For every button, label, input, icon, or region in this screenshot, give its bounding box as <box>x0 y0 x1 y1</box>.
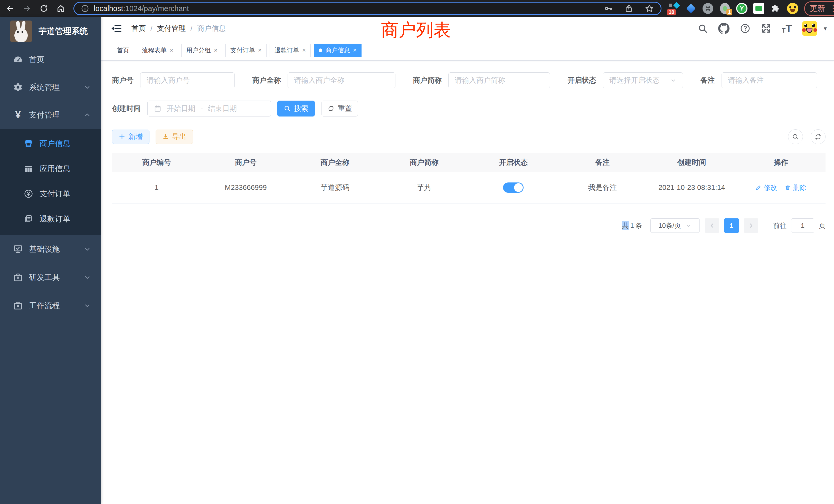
prev-page-button[interactable] <box>705 219 719 233</box>
calendar-icon <box>154 105 161 112</box>
sidebar-item-pay-order[interactable]: 支付订单 <box>0 181 101 206</box>
table-header-row: 商户编号 商户号 商户全称 商户简称 开启状态 备注 创建时间 操作 <box>112 153 826 172</box>
gear-icon <box>12 82 24 92</box>
chevron-down-icon <box>84 274 91 281</box>
end-date-placeholder[interactable]: 结束日期 <box>208 104 237 113</box>
col-status: 开启状态 <box>469 153 558 172</box>
tab-home[interactable]: 首页 <box>112 44 134 57</box>
sidebar-item-infrastructure[interactable]: 基础设施 <box>0 235 101 263</box>
payment-submenu: 商户信息 应用信息 支付订单 退款订单 <box>0 129 101 235</box>
browser-menu-icon[interactable]: ⋮ <box>829 4 834 13</box>
pagination: 共 1 条 10条/页 1 前往 1 页 <box>112 219 826 233</box>
sidebar: 芋道管理系统 首页 系统管理 ¥ 支付管理 商户信息 <box>0 17 101 504</box>
document-copy-icon <box>23 214 35 224</box>
page-content: 商户号 商户全称 商户简称 开启状态 请选择开启状态 <box>101 61 834 233</box>
url-bar[interactable]: localhost:1024/pay/merchant <box>73 2 661 15</box>
close-icon[interactable]: × <box>302 47 306 54</box>
puzzle-extensions-icon[interactable] <box>770 3 782 14</box>
chevron-down-icon <box>84 84 91 91</box>
chat-extension-icon[interactable] <box>753 3 765 14</box>
export-button[interactable]: 导出 <box>156 130 193 144</box>
page-annotation-title: 商户列表 <box>381 19 451 42</box>
status-toggle[interactable] <box>503 182 524 193</box>
start-date-placeholder[interactable]: 开始日期 <box>167 104 195 113</box>
close-icon[interactable]: × <box>214 47 218 54</box>
col-merchant-no: 商户号 <box>201 153 290 172</box>
tab-pay-order[interactable]: 支付订单 × <box>225 44 266 57</box>
briefcase-icon <box>12 272 24 282</box>
bookmark-star-icon[interactable] <box>645 4 654 13</box>
yen-icon: ¥ <box>12 110 24 120</box>
close-icon[interactable]: × <box>353 47 357 54</box>
breadcrumb-home[interactable]: 首页 <box>131 24 146 33</box>
reload-icon[interactable] <box>38 3 50 14</box>
tab-user-group[interactable]: 用户分组 × <box>181 44 222 57</box>
next-page-button[interactable] <box>744 219 758 233</box>
sidebar-item-app-info[interactable]: 应用信息 <box>0 156 101 181</box>
goto-page-input[interactable]: 1 <box>791 219 814 233</box>
close-icon[interactable]: × <box>258 47 262 54</box>
back-icon[interactable] <box>4 3 16 14</box>
font-size-icon[interactable]: TT <box>782 23 792 33</box>
create-time-label: 创建时间 <box>112 104 141 113</box>
search-button[interactable]: 搜索 <box>277 100 315 116</box>
show-search-toggle-button[interactable] <box>788 129 803 144</box>
tab-merchant-info[interactable]: 商户信息 × <box>314 44 361 57</box>
browser-toolbar: localhost:1024/pay/merchant 10 <box>0 0 834 17</box>
command-extension-icon[interactable] <box>702 3 714 14</box>
goto-label: 前往 <box>773 221 787 230</box>
active-dot <box>319 48 322 52</box>
sidebar-item-payment[interactable]: ¥ 支付管理 <box>0 101 101 129</box>
full-name-label: 商户全称 <box>252 75 281 85</box>
kite-extension-icon[interactable] <box>685 3 697 14</box>
avatar-caret-icon[interactable]: ▾ <box>824 25 827 32</box>
reset-button[interactable]: 重置 <box>322 100 358 116</box>
extension-badge: 10 <box>667 9 676 16</box>
github-icon[interactable] <box>718 23 729 34</box>
search-icon[interactable] <box>698 23 708 33</box>
add-button[interactable]: 新增 <box>112 130 150 144</box>
sidebar-item-merchant-info[interactable]: 商户信息 <box>0 131 101 156</box>
page-number-1[interactable]: 1 <box>724 219 739 233</box>
forward-icon[interactable] <box>21 3 33 14</box>
short-name-input[interactable] <box>448 72 550 88</box>
browser-update-button[interactable]: 更新 ⋮ <box>804 1 834 16</box>
edit-link[interactable]: 修改 <box>755 183 777 192</box>
sidebar-logo-row: 芋道管理系统 <box>0 17 101 46</box>
delete-link[interactable]: 删除 <box>785 183 806 192</box>
status-label: 开启状态 <box>568 75 596 85</box>
breadcrumb-payment[interactable]: 支付管理 <box>157 24 186 33</box>
sidebar-item-dev-tools[interactable]: 研发工具 <box>0 263 101 292</box>
sidebar-item-refund-order[interactable]: 退款订单 <box>0 206 101 231</box>
sidebar-item-system[interactable]: 系统管理 <box>0 73 101 101</box>
sidebar-item-home[interactable]: 首页 <box>0 46 101 73</box>
merchant-no-input[interactable] <box>140 72 235 88</box>
close-icon[interactable]: × <box>170 47 173 54</box>
full-name-input[interactable] <box>288 72 395 88</box>
home-icon[interactable] <box>55 3 67 14</box>
status-select[interactable]: 请选择开启状态 <box>603 72 683 88</box>
extension-badge: 1 <box>726 9 732 16</box>
remark-input[interactable] <box>722 72 817 88</box>
emoji-avatar-icon[interactable] <box>787 3 798 14</box>
y-logo-extension-icon[interactable]: Y <box>736 3 748 14</box>
breadcrumb-current: 商户信息 <box>197 24 226 33</box>
share-icon[interactable] <box>624 4 634 13</box>
remark-label: 备注 <box>701 75 715 85</box>
refresh-table-button[interactable] <box>811 129 826 144</box>
app-title: 芋道管理系统 <box>39 26 88 37</box>
profile-extension-icon[interactable]: 1 <box>719 3 731 14</box>
page-size-select[interactable]: 10条/页 <box>651 219 700 233</box>
help-icon[interactable] <box>740 23 750 34</box>
password-key-icon[interactable] <box>604 4 613 13</box>
tab-refund-order[interactable]: 退款订单 × <box>270 44 311 57</box>
sidebar-collapse-icon[interactable] <box>111 23 122 34</box>
create-time-range-picker[interactable]: 开始日期 - 结束日期 <box>147 100 271 116</box>
sidebar-item-workflow[interactable]: 工作流程 <box>0 292 101 320</box>
site-info-icon[interactable] <box>81 4 89 13</box>
monitor-icon <box>12 244 24 254</box>
pinned-extension-icon[interactable]: 10 <box>668 3 680 14</box>
tab-process-form[interactable]: 流程表单 × <box>137 44 178 57</box>
user-avatar[interactable] <box>802 21 817 36</box>
fullscreen-icon[interactable] <box>761 23 772 34</box>
